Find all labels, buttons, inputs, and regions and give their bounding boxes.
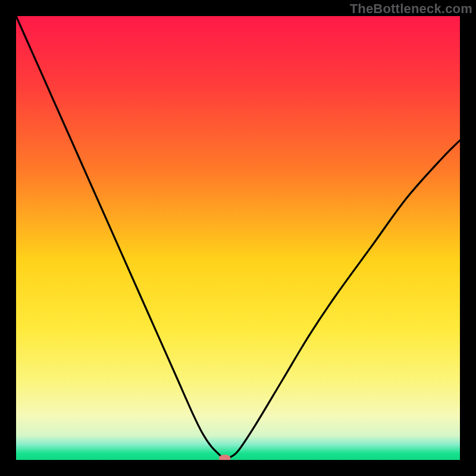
chart-frame [16,16,460,460]
watermark-text: TheBottleneck.com [350,1,472,17]
bottleneck-chart [16,16,460,460]
gradient-background [16,16,460,460]
